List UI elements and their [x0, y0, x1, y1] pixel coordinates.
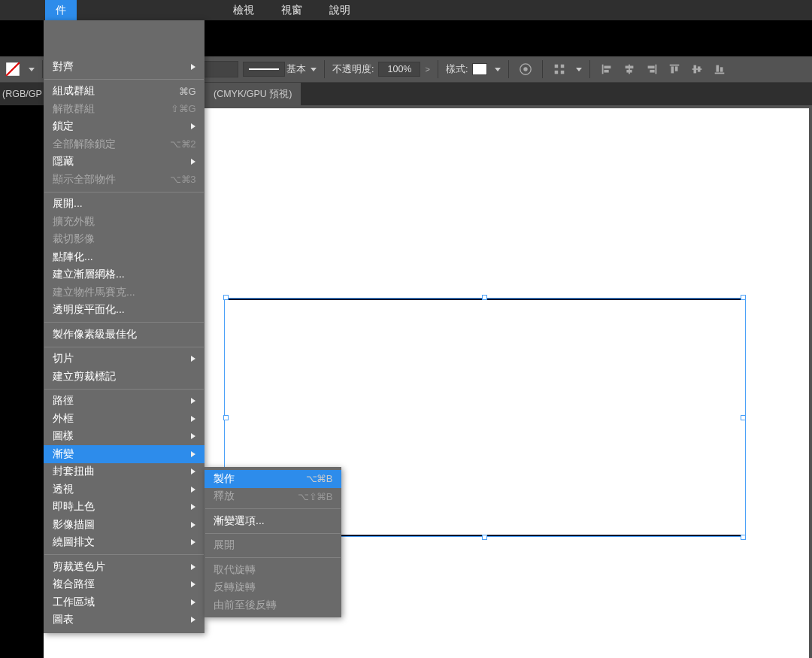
- svg-rect-25: [720, 67, 723, 71]
- document-tab-1[interactable]: (RGB/GP: [0, 83, 43, 105]
- svg-rect-22: [698, 66, 701, 71]
- stroke-style-selector[interactable]: 基本: [243, 62, 317, 77]
- menu-item-label: 鎖定: [53, 120, 186, 133]
- chevron-down-icon[interactable]: [576, 68, 582, 71]
- selection-handle-ml[interactable]: [223, 415, 229, 420]
- menubar-item-active[interactable]: 件: [45, 0, 77, 21]
- selection-handle-tr[interactable]: [741, 295, 746, 300]
- menu-item-label: 製作像素級最佳化: [53, 328, 195, 341]
- blend-submenu-item[interactable]: 漸變選項...: [205, 512, 341, 530]
- menu-separator: [44, 347, 204, 347]
- object-menu-item: 裁切影像: [44, 231, 205, 249]
- chevron-down-icon[interactable]: [29, 68, 35, 71]
- object-menu-item[interactable]: 建立剪裁標記: [44, 368, 205, 386]
- menu-item-label: 路徑: [53, 394, 186, 408]
- menu-separator: [44, 79, 204, 80]
- object-menu-item[interactable]: 對齊: [44, 58, 205, 76]
- submenu-arrow-icon: [191, 451, 195, 457]
- object-menu-item[interactable]: 剪裁遮色片: [44, 558, 205, 576]
- menu-item-label: 透視: [53, 483, 186, 496]
- object-menu-item[interactable]: 工作區域: [44, 593, 205, 611]
- menu-item-label: 建立剪裁標記: [53, 370, 195, 384]
- stroke-preview-icon: [243, 62, 285, 77]
- svg-rect-24: [717, 65, 720, 72]
- object-menu-item[interactable]: 外框: [44, 410, 205, 428]
- blend-submenu-item: 反轉旋轉: [205, 579, 341, 597]
- submenu-arrow-icon: [191, 564, 195, 570]
- object-menu-item[interactable]: 封套扭曲: [44, 463, 205, 481]
- menu-item-label: 剪裁遮色片: [53, 560, 186, 574]
- object-menu-item[interactable]: 組成群組⌘G: [44, 83, 205, 101]
- submenu-arrow-icon: [191, 416, 195, 422]
- object-menu-item[interactable]: 透視: [44, 481, 205, 499]
- no-selection-icon[interactable]: [5, 61, 21, 77]
- blend-submenu-item[interactable]: 製作⌥⌘B: [205, 470, 341, 488]
- object-menu-item[interactable]: 透明度平面化...: [44, 302, 205, 320]
- recolor-icon[interactable]: [517, 60, 535, 78]
- object-menu-item[interactable]: 製作像素級最佳化: [44, 326, 205, 344]
- graphic-style-swatch[interactable]: [472, 63, 487, 75]
- menu-item-label: 即時上色: [53, 500, 186, 514]
- object-menu-item[interactable]: 展開...: [44, 196, 205, 214]
- object-menu-item[interactable]: 鎖定: [44, 118, 205, 136]
- menu-separator: [205, 533, 341, 534]
- object-menu-item[interactable]: 影像描圖: [44, 516, 205, 534]
- svg-rect-21: [694, 65, 697, 74]
- menu-item-label: 反轉旋轉: [214, 581, 332, 594]
- align-top-icon[interactable]: [665, 60, 683, 78]
- blend-submenu: 製作⌥⌘B釋放⌥⇧⌘B漸變選項...展開取代旋轉反轉旋轉由前至後反轉: [205, 467, 341, 617]
- opacity-value: 100%: [387, 64, 411, 74]
- opacity-input[interactable]: 100%: [378, 62, 420, 77]
- align-middle-v-icon[interactable]: [688, 60, 706, 78]
- align-center-h-icon[interactable]: [620, 60, 638, 78]
- submenu-arrow-icon: [191, 504, 195, 510]
- selection-handle-tc[interactable]: [482, 295, 487, 300]
- menubar-item[interactable]: 視窗: [268, 0, 316, 21]
- menu-item-label: 影像描圖: [53, 518, 186, 532]
- menu-item-label: 展開: [214, 538, 332, 552]
- selection-handle-mr[interactable]: [741, 415, 746, 420]
- object-menu-item[interactable]: 即時上色: [44, 499, 205, 517]
- menu-item-label: 擴充外觀: [53, 215, 195, 229]
- chevron-down-icon[interactable]: [495, 68, 501, 71]
- selection-handle-tl[interactable]: [223, 295, 229, 300]
- object-menu-item[interactable]: 路徑: [44, 393, 205, 411]
- menu-item-label: 複合路徑: [53, 578, 186, 591]
- align-right-icon[interactable]: [643, 60, 661, 78]
- selection-handle-bc[interactable]: [482, 535, 487, 540]
- align-bottom-icon[interactable]: [710, 60, 729, 78]
- object-menu-item: 全部解除鎖定⌥⌘2: [44, 135, 205, 153]
- svg-rect-7: [561, 71, 565, 74]
- object-menu-item[interactable]: 漸變: [44, 445, 205, 463]
- menu-item-label: 製作: [214, 472, 306, 486]
- menu-item-shortcut: ⌘G: [179, 86, 195, 97]
- selection-handle-br[interactable]: [741, 535, 746, 540]
- submenu-arrow-icon: [191, 539, 195, 545]
- menubar-item[interactable]: 檢視: [220, 0, 268, 21]
- object-menu-item[interactable]: 繞圖排文: [44, 534, 205, 552]
- object-menu-item[interactable]: 圖樣: [44, 428, 205, 446]
- object-menu-item[interactable]: 建立漸層網格...: [44, 266, 205, 284]
- svg-rect-5: [561, 65, 565, 68]
- menu-item-label: 漸變選項...: [214, 514, 332, 528]
- submenu-arrow-icon: [191, 64, 195, 70]
- object-menu-item[interactable]: 隱藏: [44, 153, 205, 171]
- object-menu-item[interactable]: 點陣化...: [44, 248, 205, 266]
- opacity-stepper[interactable]: >: [425, 65, 429, 74]
- menu-item-label: 繞圖排文: [53, 535, 186, 549]
- menu-item-label: 組成群組: [53, 84, 179, 98]
- object-menu-item[interactable]: 圖表: [44, 611, 205, 629]
- separator: [508, 60, 509, 78]
- menu-item-shortcut: ⌥⌘B: [306, 473, 332, 484]
- menubar-item-label: 件: [56, 5, 66, 16]
- menu-item-label: 建立物件馬賽克...: [53, 286, 195, 299]
- menu-item-label: 顯示全部物件: [53, 173, 170, 186]
- object-menu-item[interactable]: 切片: [44, 350, 205, 368]
- blend-submenu-item: 展開: [205, 537, 341, 555]
- object-menu-item[interactable]: 複合路徑: [44, 576, 205, 594]
- transform-icon[interactable]: [550, 60, 568, 78]
- document-tab-2[interactable]: (CMYK/GPU 預視): [205, 83, 301, 105]
- align-left-icon[interactable]: [598, 60, 616, 78]
- object-menu-item: 建立物件馬賽克...: [44, 284, 205, 302]
- menubar-item[interactable]: 說明: [316, 0, 364, 21]
